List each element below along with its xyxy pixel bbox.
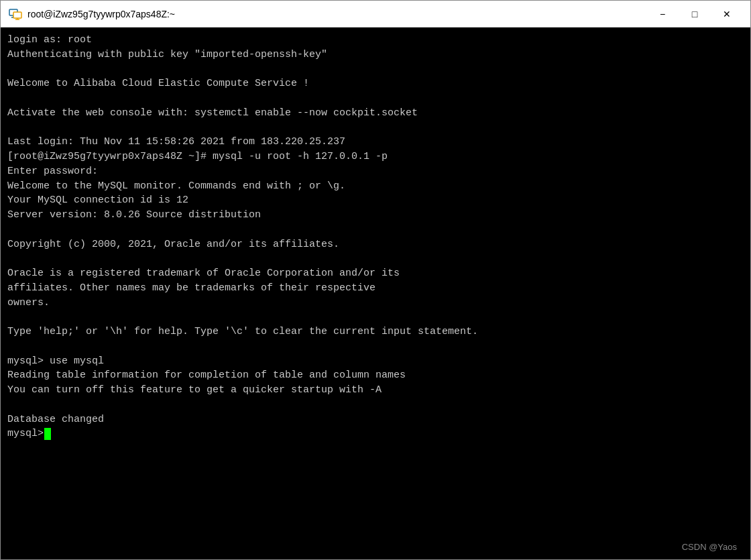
terminal-line bbox=[7, 398, 732, 412]
title-bar: root@iZwz95g7tyywrp0x7aps48Z:~ − □ ✕ bbox=[1, 1, 750, 27]
watermark: CSDN @Yaos bbox=[682, 541, 737, 554]
terminal-line bbox=[7, 251, 732, 266]
terminal-line: Authenticating with public key "imported… bbox=[7, 48, 732, 62]
prompt-text: mysql> bbox=[7, 427, 44, 441]
terminal-content: login as: rootAuthenticating with public… bbox=[7, 33, 744, 441]
terminal-line: Your MySQL connection id is 12 bbox=[7, 193, 732, 208]
terminal-line bbox=[7, 121, 732, 135]
minimize-button[interactable]: − bbox=[647, 3, 678, 25]
terminal-line bbox=[7, 310, 732, 325]
terminal-line: Enter password: bbox=[7, 164, 732, 179]
terminal-line: Type 'help;' or '\h' for help. Type '\c'… bbox=[7, 325, 732, 339]
terminal-line: owners. bbox=[7, 296, 732, 311]
app-icon bbox=[9, 7, 22, 21]
terminal-window: root@iZwz95g7tyywrp0x7aps48Z:~ − □ ✕ log… bbox=[0, 0, 751, 560]
window-controls: − □ ✕ bbox=[647, 3, 742, 25]
terminal-line: Database changed bbox=[7, 412, 732, 427]
terminal-line bbox=[7, 339, 732, 354]
terminal-line: Oracle is a registered trademark of Orac… bbox=[7, 266, 732, 281]
terminal-body[interactable]: login as: rootAuthenticating with public… bbox=[1, 27, 750, 559]
restore-button[interactable]: □ bbox=[679, 3, 710, 25]
window-title: root@iZwz95g7tyywrp0x7aps48Z:~ bbox=[27, 9, 647, 19]
terminal-line: Server version: 8.0.26 Source distributi… bbox=[7, 208, 732, 223]
terminal-line: Welcome to the MySQL monitor. Commands e… bbox=[7, 179, 732, 194]
close-button[interactable]: ✕ bbox=[711, 3, 742, 25]
terminal-line: Copyright (c) 2000, 2021, Oracle and/or … bbox=[7, 237, 732, 252]
terminal-line: mysql> use mysql bbox=[7, 354, 732, 369]
terminal-line: Activate the web console with: systemctl… bbox=[7, 106, 732, 121]
terminal-line: login as: root bbox=[7, 33, 732, 48]
terminal-line: affiliates. Other names may be trademark… bbox=[7, 281, 732, 296]
terminal-line: [root@iZwz95g7tyywrp0x7aps48Z ~]# mysql … bbox=[7, 150, 732, 164]
terminal-line: Last login: Thu Nov 11 15:58:26 2021 fro… bbox=[7, 135, 732, 150]
cursor bbox=[44, 428, 51, 440]
terminal-line: Reading table information for completion… bbox=[7, 368, 732, 383]
terminal-line bbox=[7, 91, 732, 106]
terminal-line bbox=[7, 223, 732, 237]
terminal-line bbox=[7, 62, 732, 77]
terminal-line: Welcome to Alibaba Cloud Elastic Compute… bbox=[7, 76, 732, 91]
svg-rect-3 bbox=[13, 12, 21, 18]
terminal-line: You can turn off this feature to get a q… bbox=[7, 383, 732, 398]
terminal-output: login as: rootAuthenticating with public… bbox=[7, 33, 732, 427]
terminal-prompt-line: mysql> bbox=[7, 427, 732, 441]
